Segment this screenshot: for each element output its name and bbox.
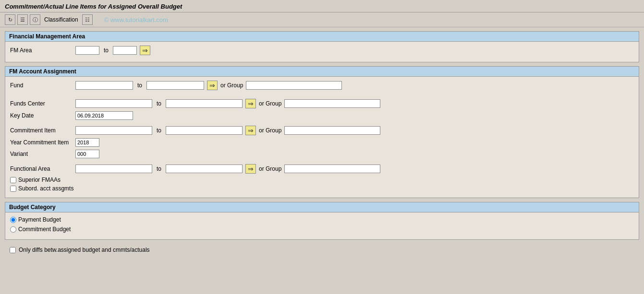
funds-center-from-input[interactable] [75, 99, 152, 108]
commitment-budget-row: Commitment Budget [10, 226, 634, 233]
fm-area-row: FM Area to ⇒ [10, 46, 634, 55]
subord-acct-assgmts-checkbox[interactable] [10, 186, 16, 192]
payment-budget-label: Payment Budget [18, 216, 61, 223]
commitment-budget-radio[interactable] [10, 226, 16, 233]
main-content: Financial Management Area FM Area to ⇒ F… [0, 27, 644, 260]
commitment-item-arrow-btn[interactable]: ⇒ [245, 126, 256, 135]
classification-label[interactable]: Classification [42, 15, 80, 24]
commitment-item-or-group-label: or Group [259, 127, 281, 134]
commitment-item-to-input[interactable] [166, 126, 243, 135]
toolbar-btn-info[interactable]: ⓘ [30, 14, 40, 25]
commitment-item-row: Commitment Item to ⇒ or Group [10, 126, 634, 135]
commitment-item-from-input[interactable] [75, 126, 152, 135]
variant-row: Variant [10, 150, 634, 158]
funds-center-row: Funds Center to ⇒ or Group [10, 99, 634, 108]
financial-management-area-section: Financial Management Area FM Area to ⇒ [5, 31, 639, 62]
subord-acct-assgmts-label: Subord. acct assgmts [18, 185, 73, 192]
fm-account-assignment-header: FM Account Assignment [5, 67, 639, 77]
fund-row: Fund to ⇒ or Group [10, 81, 634, 90]
year-commitment-item-input[interactable] [75, 138, 99, 147]
payment-budget-row: Payment Budget [10, 216, 634, 223]
budget-category-header: Budget Category [5, 202, 639, 212]
functional-area-to-label: to [155, 165, 163, 172]
toolbar-btn-4[interactable]: ☷ [82, 14, 93, 25]
only-diffs-checkbox[interactable] [10, 247, 16, 253]
toolbar-btn-1[interactable]: ↻ [5, 14, 15, 25]
funds-center-to-label: to [155, 100, 163, 107]
year-commitment-item-row: Year Commitment Item [10, 138, 634, 147]
superior-fmaas-checkbox[interactable] [10, 177, 16, 183]
watermark: © www.tutorialkart.com [104, 16, 168, 24]
fund-or-group-label: or Group [220, 82, 243, 89]
fm-account-assignment-body: Fund to ⇒ or Group Funds Center to ⇒ or … [5, 77, 639, 198]
financial-management-area-header: Financial Management Area [5, 32, 639, 42]
functional-area-or-group-label: or Group [259, 165, 281, 172]
subord-acct-assgmts-row: Subord. acct assgmts [10, 185, 634, 192]
fm-area-to-input[interactable] [113, 46, 137, 55]
fm-area-from-input[interactable] [75, 46, 99, 55]
funds-center-arrow-btn[interactable]: ⇒ [245, 99, 256, 108]
page-title: Commitment/Actual Line Items for Assigne… [5, 3, 639, 10]
variant-label: Variant [10, 151, 73, 157]
fund-arrow-btn[interactable]: ⇒ [207, 81, 218, 90]
fm-area-arrow-btn[interactable]: ⇒ [140, 46, 150, 55]
commitment-budget-label: Commitment Budget [18, 226, 71, 233]
commitment-item-label: Commitment Item [10, 127, 73, 134]
functional-area-arrow-btn[interactable]: ⇒ [245, 164, 256, 174]
title-bar: Commitment/Actual Line Items for Assigne… [0, 0, 644, 12]
fund-to-label: to [136, 82, 144, 89]
funds-center-or-group-label: or Group [259, 100, 281, 107]
funds-center-to-input[interactable] [166, 99, 243, 108]
fund-or-group-input[interactable] [246, 81, 342, 90]
funds-center-or-group-input[interactable] [284, 99, 380, 108]
footer-row: Only diffs betw.assigned budget and cmmt… [5, 244, 639, 256]
variant-input[interactable] [75, 150, 99, 158]
superior-fmaas-row: Superior FMAAs [10, 176, 634, 183]
fm-area-label: FM Area [10, 47, 73, 54]
functional-area-from-input[interactable] [75, 165, 152, 173]
toolbar: ↻ ☰ ⓘ Classification ☷ © www.tutorialkar… [0, 12, 644, 27]
payment-budget-radio[interactable] [10, 217, 16, 223]
fund-to-input[interactable] [146, 81, 204, 90]
fund-from-input[interactable] [75, 81, 133, 90]
budget-category-body: Payment Budget Commitment Budget [5, 212, 639, 239]
functional-area-to-input[interactable] [166, 165, 243, 173]
fund-label: Fund [10, 82, 73, 89]
toolbar-btn-2[interactable]: ☰ [17, 14, 28, 25]
commitment-item-to-label: to [155, 127, 163, 134]
budget-category-section: Budget Category Payment Budget Commitmen… [5, 202, 639, 240]
superior-fmaas-label: Superior FMAAs [18, 176, 61, 183]
commitment-item-or-group-input[interactable] [284, 126, 380, 135]
fm-account-assignment-section: FM Account Assignment Fund to ⇒ or Group… [5, 66, 639, 198]
funds-center-label: Funds Center [10, 100, 73, 107]
functional-area-or-group-input[interactable] [284, 165, 380, 173]
year-commitment-item-label: Year Commitment Item [10, 139, 73, 146]
key-date-label: Key Date [10, 112, 73, 119]
key-date-row: Key Date [10, 111, 634, 120]
fm-area-to-label: to [102, 47, 110, 54]
functional-area-label: Functional Area [10, 165, 73, 172]
financial-management-area-body: FM Area to ⇒ [5, 42, 639, 62]
functional-area-row: Functional Area to ⇒ or Group [10, 164, 634, 174]
only-diffs-label: Only diffs betw.assigned budget and cmmt… [19, 247, 150, 253]
key-date-input[interactable] [75, 111, 133, 120]
